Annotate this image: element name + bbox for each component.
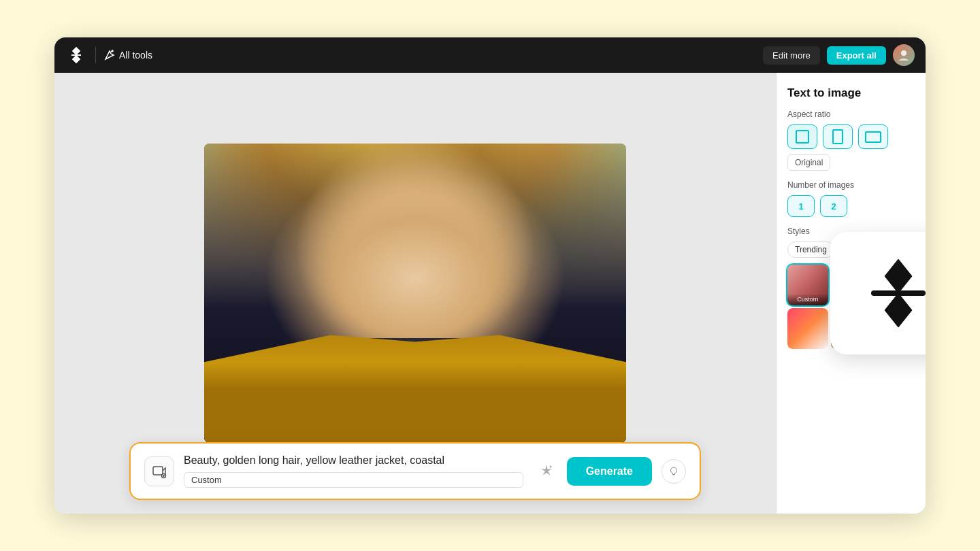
style-item-custom[interactable]: Custom: [787, 265, 828, 305]
logo-overlay: [830, 232, 926, 354]
style-item-row2-1[interactable]: [787, 308, 828, 349]
svg-rect-2: [153, 467, 163, 475]
lightbulb-icon: [668, 466, 679, 477]
sparkle-icon: [538, 463, 555, 480]
num-images-row: 1 2: [787, 195, 915, 217]
image-add-icon: [152, 464, 167, 479]
avatar[interactable]: [893, 44, 915, 66]
header-right: Edit more Export all: [763, 44, 915, 66]
svg-rect-6: [871, 290, 926, 296]
svg-point-1: [901, 50, 906, 56]
prompt-tag[interactable]: Custom: [184, 472, 523, 488]
prompt-text-area: Beauty, golden long hair, yellow leather…: [184, 454, 523, 488]
num-2-button[interactable]: 2: [820, 195, 847, 217]
main-content: Beauty, golden long hair, yellow leather…: [54, 73, 926, 514]
lightbulb-button[interactable]: [662, 459, 686, 484]
all-tools-button[interactable]: All tools: [104, 50, 152, 61]
prompt-text: Beauty, golden long hair, yellow leather…: [184, 454, 523, 467]
square-icon: [796, 130, 809, 144]
ar-portrait-button[interactable]: [823, 124, 853, 149]
landscape-icon: [865, 131, 881, 143]
portrait-icon: [832, 129, 843, 144]
wand-icon: [104, 50, 115, 61]
aspect-ratio-row: [787, 124, 915, 149]
svg-point-4: [549, 465, 551, 467]
num-1-button[interactable]: 1: [787, 195, 815, 217]
prompt-actions: Generate: [533, 457, 652, 486]
sparkle-button[interactable]: [533, 458, 560, 485]
aspect-ratio-label: Aspect ratio: [787, 110, 915, 119]
ar-landscape-button[interactable]: [858, 124, 888, 149]
capcut-logo-large: [851, 252, 926, 334]
main-image: [204, 144, 626, 443]
style-tab-trending[interactable]: Trending: [787, 241, 834, 258]
ar-original-button[interactable]: Original: [787, 154, 830, 171]
num-images-label: Number of images: [787, 180, 915, 190]
image-add-button[interactable]: [144, 456, 174, 486]
app-logo[interactable]: [65, 44, 87, 66]
style-custom-label: Custom: [787, 294, 828, 305]
export-button[interactable]: Export all: [827, 46, 886, 65]
header: All tools Edit more Export all: [54, 37, 926, 73]
panel-title: Text to image: [787, 86, 915, 100]
canvas-area: Beauty, golden long hair, yellow leather…: [54, 73, 776, 514]
header-divider: [95, 47, 96, 63]
app-window: All tools Edit more Export all: [54, 37, 926, 514]
all-tools-label: All tools: [119, 50, 152, 61]
prompt-container: Beauty, golden long hair, yellow leather…: [129, 442, 701, 500]
generate-button[interactable]: Generate: [567, 457, 652, 486]
ar-square-button[interactable]: [787, 124, 817, 149]
avatar-icon: [897, 48, 911, 62]
edit-more-button[interactable]: Edit more: [763, 46, 820, 65]
